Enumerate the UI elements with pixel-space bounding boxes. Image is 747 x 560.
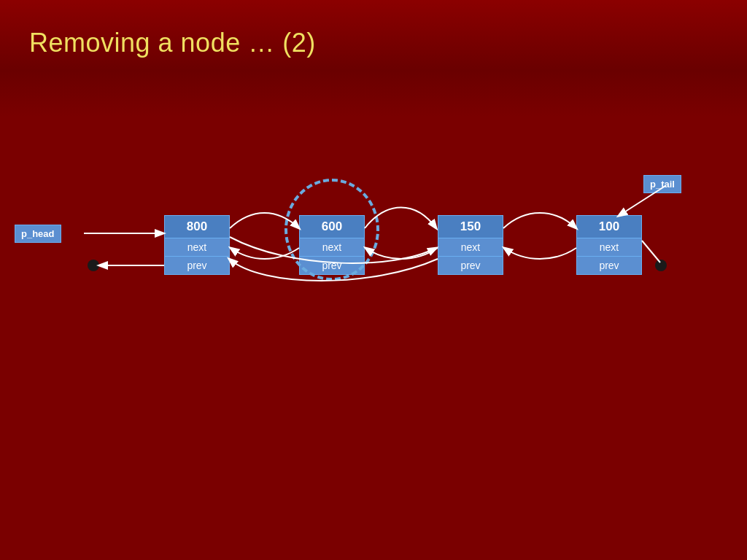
diagram: p_head p_tail 800 next prev 600 next pre…	[0, 146, 747, 438]
node-800-val: 800	[164, 215, 230, 238]
node-150-next: next	[438, 238, 503, 257]
node-800-next: next	[164, 238, 230, 257]
arrows-svg	[0, 146, 747, 438]
node-100-val: 100	[576, 215, 642, 238]
node-800: 800 next prev	[164, 215, 230, 275]
node-100-prev: prev	[576, 257, 642, 275]
node-150: 150 next prev	[438, 215, 503, 275]
null-dot-right	[655, 260, 667, 271]
p-head-label: p_head	[15, 225, 61, 243]
header-bar	[0, 0, 747, 117]
null-dot-left	[88, 260, 99, 271]
slide-title: Removing a node … (2)	[29, 28, 316, 58]
node-100: 100 next prev	[576, 215, 642, 275]
p-tail-label: p_tail	[643, 175, 681, 193]
svg-line-5	[642, 241, 660, 262]
highlight-circle	[285, 179, 379, 281]
node-150-prev: prev	[438, 257, 503, 275]
node-150-val: 150	[438, 215, 503, 238]
node-100-next: next	[576, 238, 642, 257]
node-800-prev: prev	[164, 257, 230, 275]
